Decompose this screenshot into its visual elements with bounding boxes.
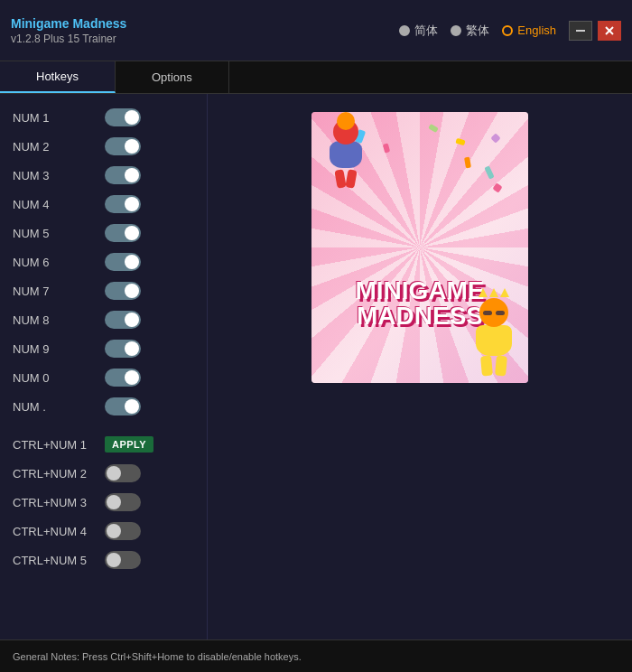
hotkey-row-num6: NUM 6 — [0, 247, 207, 276]
hotkey-row-ctrl-num3: CTRL+NUM 3 — [0, 488, 207, 517]
footer: General Notes: Press Ctrl+Shift+Home to … — [0, 639, 632, 672]
hotkey-row-num2: NUM 2 — [0, 132, 207, 161]
title-info: Minigame Madness v1.2.8 Plus 15 Trainer — [11, 16, 126, 45]
hotkey-row-ctrl-num4: CTRL+NUM 4 — [0, 517, 207, 546]
hotkey-label-num5: NUM 5 — [13, 227, 94, 240]
hotkey-label-num2: NUM 2 — [13, 140, 94, 154]
hotkey-row-num3: NUM 3 — [0, 161, 207, 190]
lang-english[interactable]: English — [502, 23, 556, 37]
toggle-ctrl-num3[interactable] — [105, 493, 141, 511]
cover-title: MINIGAME MADNESS — [355, 278, 484, 329]
toggle-ctrl-num4[interactable] — [105, 522, 141, 540]
lang-traditional-radio — [451, 25, 461, 36]
lang-traditional-label: 繁体 — [466, 23, 489, 39]
hotkey-label-num8: NUM 8 — [13, 313, 94, 327]
lang-simplified-radio — [399, 25, 410, 36]
hotkey-row-num8: NUM 8 — [0, 305, 207, 334]
app-title: Minigame Madness — [11, 16, 126, 31]
toggle-num7[interactable] — [105, 282, 141, 300]
hotkey-label-num7: NUM 7 — [13, 285, 94, 298]
hotkey-label-num4: NUM 4 — [13, 198, 94, 211]
hotkey-row-ctrl-num2: CTRL+NUM 2 — [0, 459, 207, 488]
cover-title-line2: MADNESS — [355, 303, 484, 329]
toggle-numdot[interactable] — [105, 397, 141, 415]
hotkey-label-num6: NUM 6 — [13, 256, 94, 269]
hotkey-row-num7: NUM 7 — [0, 276, 207, 305]
language-controls: 简体 繁体 English — [399, 21, 621, 41]
app-version: v1.2.8 Plus 15 Trainer — [11, 33, 126, 45]
hotkey-label-ctrl-num3: CTRL+NUM 3 — [13, 496, 94, 509]
character-bottom — [476, 288, 512, 376]
hotkey-label-ctrl-num4: CTRL+NUM 4 — [13, 525, 94, 538]
character-top — [330, 119, 362, 188]
close-button[interactable] — [598, 21, 621, 41]
toggle-num6[interactable] — [105, 253, 141, 271]
toggle-num9[interactable] — [105, 340, 141, 358]
lang-simplified[interactable]: 简体 — [399, 23, 438, 39]
hotkey-label-ctrl-num1: CTRL+NUM 1 — [13, 438, 94, 452]
toggle-num2[interactable] — [105, 137, 141, 155]
toggle-ctrl-num5[interactable] — [105, 551, 141, 569]
tab-options[interactable]: Options — [116, 61, 229, 93]
hotkey-row-num4: NUM 4 — [0, 190, 207, 219]
toggle-num1[interactable] — [105, 108, 141, 126]
hotkey-row-num5: NUM 5 — [0, 219, 207, 247]
lang-simplified-label: 简体 — [414, 23, 438, 39]
tab-hotkeys[interactable]: Hotkeys — [0, 61, 116, 93]
game-cover: MINIGAME MADNESS — [311, 112, 528, 383]
cover-title-line1: MINIGAME — [355, 278, 484, 303]
tab-bar: Hotkeys Options — [0, 61, 632, 94]
toggle-num3[interactable] — [105, 166, 141, 184]
svg-rect-0 — [576, 30, 585, 32]
apply-button[interactable]: APPLY — [105, 436, 153, 453]
toggle-num5[interactable] — [105, 224, 141, 242]
hotkey-row-num9: NUM 9 — [0, 334, 207, 363]
lang-english-label: English — [517, 23, 556, 37]
toggle-num0[interactable] — [105, 369, 141, 387]
main-content: NUM 1 NUM 2 NUM 3 NUM 4 NUM 5 NUM 6 NUM … — [0, 94, 632, 639]
lang-english-radio — [502, 25, 513, 36]
hotkey-label-ctrl-num2: CTRL+NUM 2 — [13, 467, 94, 481]
game-image-area: MINIGAME MADNESS — [208, 94, 632, 639]
window-controls — [569, 21, 621, 41]
toggle-ctrl-num2[interactable] — [105, 464, 141, 482]
hotkey-label-num0: NUM 0 — [13, 371, 94, 385]
hotkey-row-ctrl-num1: CTRL+NUM 1 APPLY — [0, 430, 207, 459]
hotkey-row-ctrl-num5: CTRL+NUM 5 — [0, 546, 207, 574]
footer-text: General Notes: Press Ctrl+Shift+Home to … — [13, 651, 302, 662]
hotkey-label-num9: NUM 9 — [13, 342, 94, 356]
hotkey-row-num1: NUM 1 — [0, 103, 207, 132]
hotkey-row-numdot: NUM . — [0, 392, 207, 421]
hotkey-label-ctrl-num5: CTRL+NUM 5 — [13, 554, 94, 567]
minimize-button[interactable] — [569, 21, 592, 41]
hotkey-label-num1: NUM 1 — [13, 111, 94, 125]
title-bar: Minigame Madness v1.2.8 Plus 15 Trainer … — [0, 0, 632, 61]
hotkey-label-num3: NUM 3 — [13, 169, 94, 182]
hotkey-row-num0: NUM 0 — [0, 363, 207, 392]
hotkeys-panel: NUM 1 NUM 2 NUM 3 NUM 4 NUM 5 NUM 6 NUM … — [0, 94, 208, 639]
hotkey-label-numdot: NUM . — [13, 400, 94, 414]
lang-traditional[interactable]: 繁体 — [451, 23, 489, 39]
toggle-num4[interactable] — [105, 195, 141, 213]
toggle-num8[interactable] — [105, 311, 141, 329]
